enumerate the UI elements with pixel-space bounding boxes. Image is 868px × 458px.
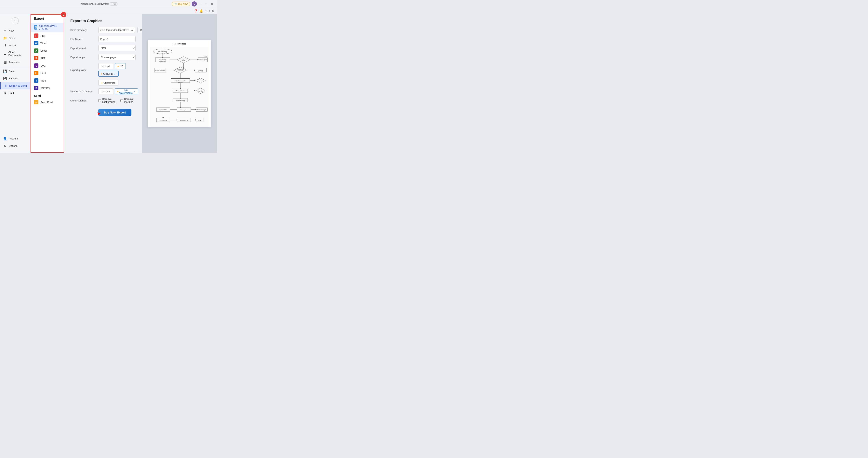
options-icon: ⚙ <box>3 144 7 148</box>
export-item-html[interactable]: H Html <box>31 69 64 77</box>
svg-text:approval?: approval? <box>178 70 183 71</box>
crown-icon: ♦ <box>118 65 119 68</box>
svg-text:SLA: SLA <box>198 120 201 121</box>
share-icon[interactable]: ↑ <box>209 9 211 12</box>
export-item-svg[interactable]: S SVG <box>31 62 64 69</box>
sidebar-item-save[interactable]: 💾 Save <box>0 68 30 75</box>
sidebar-item-cloud[interactable]: ☁ Cloud Documents <box>0 49 30 59</box>
cloud-icon: ☁ <box>3 52 7 56</box>
file-name-row: File Name: <box>70 36 135 42</box>
left-sidebar: ← ＋ New 📁 Open ⬇ Import ☁ Cloud Document… <box>0 14 31 153</box>
svg-icon: S <box>34 63 38 68</box>
buy-now-label: Buy Now <box>178 3 188 5</box>
buy-now-button[interactable]: 🛒 Buy Now <box>172 2 190 6</box>
watermark-label: Watermark settings: <box>70 90 96 93</box>
customize-row: ♦ Customize <box>70 80 135 86</box>
customize-button[interactable]: ♦ Customize <box>98 80 118 86</box>
export-item-ppt[interactable]: P PPT <box>31 54 64 62</box>
export-item-excel[interactable]: X Excel <box>31 47 64 54</box>
quality-hd-button[interactable]: ♦ HD <box>115 63 126 69</box>
sidebar-item-export[interactable]: ⬆ Export & Send 1 <box>0 82 30 90</box>
remove-margins-input[interactable] <box>120 99 123 102</box>
export-panel-title: Export <box>31 17 64 23</box>
sidebar-item-saveas[interactable]: 💾 Save As <box>0 75 30 82</box>
preview-card: IT Flowchart New technology request IT l… <box>148 40 211 127</box>
export-icon: ⬆ <box>4 84 8 88</box>
browse-button[interactable]: Browse <box>137 27 142 33</box>
svg-text:head appr.: head appr. <box>198 91 203 92</box>
crown-icon-2: ♦ <box>101 72 102 75</box>
print-icon: 🖨 <box>3 91 7 95</box>
badge-2: 2 <box>61 12 66 17</box>
watermark-default-button[interactable]: Default <box>98 89 113 94</box>
export-item-email[interactable]: ✉ Send Email <box>31 98 64 106</box>
toolbar-row: ❓ 🔔 ⊞ ↑ ⚙ <box>0 8 217 14</box>
html-icon: H <box>34 71 38 75</box>
new-icon: ＋ <box>3 29 7 33</box>
checkmark-icon: ✓ <box>114 72 116 75</box>
file-name-label: File Name: <box>70 38 96 40</box>
export-panel: 2 Export 🖼 Graphics (PNG, JPG et... P PD… <box>31 14 64 153</box>
minimize-button[interactable]: − <box>198 2 203 6</box>
export-item-graphics[interactable]: 🖼 Graphics (PNG, JPG et... <box>31 23 64 32</box>
export-item-pdf[interactable]: P PDF <box>31 32 64 39</box>
file-name-input[interactable] <box>98 36 135 42</box>
export-item-visio[interactable]: V Visio <box>31 77 64 84</box>
saveas-icon: 💾 <box>3 77 7 80</box>
sidebar-item-templates[interactable]: ▦ Templates <box>0 59 30 66</box>
apps-icon[interactable]: ⊞ <box>205 9 207 13</box>
save-icon: 💾 <box>3 69 7 73</box>
settings-icon[interactable]: ⚙ <box>212 9 214 13</box>
maximize-button[interactable]: □ <box>204 2 208 6</box>
remove-background-input[interactable] <box>98 99 101 102</box>
export-item-word[interactable]: W Word <box>31 39 64 47</box>
notification-icon[interactable]: 🔔 <box>199 9 203 13</box>
sidebar-bottom: 👤 Account ⚙ Options <box>0 135 30 151</box>
back-button[interactable]: ← <box>12 17 19 25</box>
word-icon: W <box>34 41 38 45</box>
export-content-title: Export to Graphics <box>70 19 135 23</box>
remove-margins-checkbox[interactable]: Remove margins <box>120 98 135 103</box>
export-item-pseps[interactable]: P PS/EPS <box>31 84 64 92</box>
svg-text:Decision head: Decision head <box>177 69 184 70</box>
svg-text:Sponsor sign off: Sponsor sign off <box>180 120 188 121</box>
send-section-title: Send <box>31 92 64 98</box>
svg-text:Rework budget: Rework budget <box>197 109 206 111</box>
svg-text:Project sign off: Project sign off <box>159 120 167 121</box>
app-name: Wondershare EdrawMax <box>81 2 108 5</box>
sidebar-item-new[interactable]: ＋ New <box>0 27 30 34</box>
other-settings-label: Other settings: <box>70 99 96 102</box>
sidebar-item-open[interactable]: 📁 Open <box>0 34 30 42</box>
export-content: Export to Graphics Save directory: Brows… <box>64 14 142 153</box>
sidebar-item-options[interactable]: ⚙ Options <box>0 142 30 150</box>
close-button[interactable]: ✕ <box>210 2 214 6</box>
svg-text:Contribute: Contribute <box>198 79 203 80</box>
graphics-icon: 🖼 <box>34 25 37 30</box>
watermark-row: Watermark settings: Default ♦ No waterma… <box>70 89 135 94</box>
avatar[interactable]: C <box>192 1 197 6</box>
visio-icon: V <box>34 78 38 83</box>
export-format-select[interactable]: JPG PNG BMP SVG PDF <box>98 45 135 51</box>
import-icon: ⬇ <box>3 43 7 47</box>
help-icon[interactable]: ❓ <box>194 9 198 13</box>
account-icon: 👤 <box>3 137 7 140</box>
crown-icon-4: ♦ <box>117 90 119 93</box>
quality-normal-button[interactable]: Normal <box>98 63 113 69</box>
export-range-label: Export range: <box>70 56 96 59</box>
other-settings-row: Other settings: Remove background Remove… <box>70 98 135 103</box>
main-layout: ← ＋ New 📁 Open ⬇ Import ☁ Cloud Document… <box>0 14 217 153</box>
watermark-options: Default ♦ No watermarks ✓ <box>98 89 138 94</box>
buy-export-button[interactable]: Buy Now, Export <box>98 109 131 116</box>
email-icon: ✉ <box>34 100 38 104</box>
save-directory-input[interactable] <box>98 27 135 33</box>
quality-ultrahd-button[interactable]: ♦ Ultra HD ✓ <box>98 71 119 77</box>
remove-background-checkbox[interactable]: Remove background <box>98 98 117 103</box>
sidebar-item-account[interactable]: 👤 Account <box>0 135 30 142</box>
sidebar-item-import[interactable]: ⬇ Import <box>0 42 30 49</box>
export-range-select[interactable]: Current page All pages Selected area <box>98 54 135 60</box>
sidebar-item-print[interactable]: 🖨 Print <box>0 90 30 97</box>
watermark-active-button[interactable]: ♦ No watermarks ✓ <box>115 89 138 94</box>
quality-options: Normal ♦ HD ♦ Ultra HD ✓ <box>98 63 135 77</box>
crown-icon-3: ♦ <box>101 81 103 84</box>
checkmark-icon-2: ✓ <box>133 90 135 93</box>
